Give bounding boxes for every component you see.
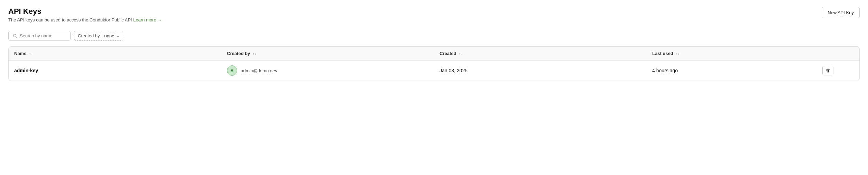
filters-row: Created by none ⌄ bbox=[8, 31, 860, 41]
last-used-text: 4 hours ago bbox=[652, 68, 678, 73]
page-title: API Keys bbox=[8, 7, 162, 16]
api-keys-table: Name ↑↓ Created by ↑↓ Created ↑↓ Last us… bbox=[9, 47, 859, 81]
table-row: admin-key A admin@demo.dev Jan 03, 2025 … bbox=[9, 61, 859, 81]
created-date: Jan 03, 2025 bbox=[440, 68, 468, 73]
svg-line-1 bbox=[16, 36, 17, 38]
search-input[interactable] bbox=[20, 33, 66, 38]
row-last-used-cell: 4 hours ago bbox=[647, 61, 817, 81]
row-created-cell: Jan 03, 2025 bbox=[434, 61, 647, 81]
table-header-row: Name ↑↓ Created by ↑↓ Created ↑↓ Last us… bbox=[9, 47, 859, 61]
search-icon bbox=[13, 34, 18, 38]
column-header-created[interactable]: Created ↑↓ bbox=[434, 47, 647, 61]
page-description: The API keys can be used to access the C… bbox=[8, 17, 162, 22]
column-header-actions bbox=[817, 47, 859, 61]
search-box[interactable] bbox=[8, 31, 71, 41]
api-keys-table-container: Name ↑↓ Created by ↑↓ Created ↑↓ Last us… bbox=[8, 46, 860, 81]
description-text: The API keys can be used to access the C… bbox=[8, 17, 132, 22]
sort-icon-last-used: ↑↓ bbox=[676, 52, 680, 56]
chevron-down-icon: ⌄ bbox=[117, 34, 119, 38]
created-by-content: A admin@demo.dev bbox=[227, 65, 428, 76]
trash-icon bbox=[825, 68, 830, 73]
row-actions-cell bbox=[817, 61, 859, 81]
api-keys-page: API Keys The API keys can be used to acc… bbox=[0, 0, 868, 88]
avatar: A bbox=[227, 65, 237, 76]
column-header-created-by[interactable]: Created by ↑↓ bbox=[221, 47, 434, 61]
sort-icon-created-by: ↑↓ bbox=[253, 52, 257, 56]
filter-separator bbox=[102, 34, 102, 38]
column-header-name[interactable]: Name ↑↓ bbox=[9, 47, 221, 61]
user-email: admin@demo.dev bbox=[241, 68, 277, 73]
created-by-filter-label: Created by bbox=[78, 33, 100, 38]
sort-icon-created: ↑↓ bbox=[459, 52, 463, 56]
new-api-key-button[interactable]: New API Key bbox=[822, 7, 860, 18]
created-by-filter[interactable]: Created by none ⌄ bbox=[74, 31, 123, 41]
row-name-cell: admin-key bbox=[9, 61, 221, 81]
row-created-by-cell: A admin@demo.dev bbox=[221, 61, 434, 81]
page-header: API Keys The API keys can be used to acc… bbox=[8, 7, 860, 22]
created-by-filter-value: none bbox=[104, 33, 114, 38]
api-key-name: admin-key bbox=[14, 68, 38, 73]
column-header-last-used[interactable]: Last used ↑↓ bbox=[647, 47, 817, 61]
sort-icon-name: ↑↓ bbox=[29, 52, 33, 56]
table-body: admin-key A admin@demo.dev Jan 03, 2025 … bbox=[9, 61, 859, 81]
table-header: Name ↑↓ Created by ↑↓ Created ↑↓ Last us… bbox=[9, 47, 859, 61]
header-left: API Keys The API keys can be used to acc… bbox=[8, 7, 162, 22]
learn-more-link[interactable]: Learn more → bbox=[133, 17, 162, 22]
delete-button[interactable] bbox=[822, 66, 833, 75]
